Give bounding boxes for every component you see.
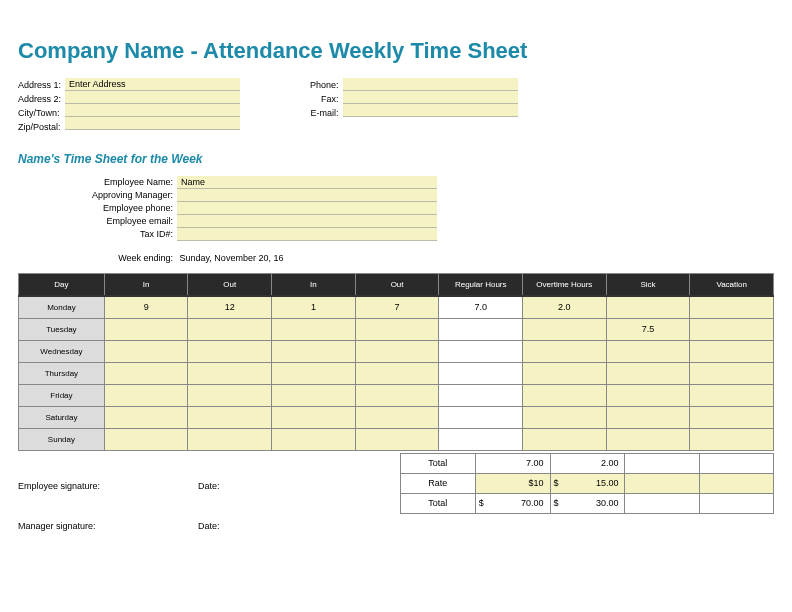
vac-cell[interactable] — [690, 340, 774, 362]
col-header-1: In — [104, 274, 188, 297]
day-cell: Monday — [19, 296, 105, 318]
out1-cell[interactable]: 12 — [188, 296, 272, 318]
in1-cell[interactable] — [104, 384, 188, 406]
addr2-field[interactable] — [65, 91, 240, 104]
day-cell: Saturday — [19, 406, 105, 428]
total-vac — [699, 453, 773, 473]
manager-field[interactable] — [177, 189, 437, 202]
emp-email-field[interactable] — [177, 215, 437, 228]
vac-total — [699, 493, 773, 513]
in1-cell[interactable] — [104, 340, 188, 362]
sick-cell[interactable] — [606, 296, 690, 318]
vac-cell[interactable] — [690, 406, 774, 428]
emp-sig-label: Employee signature: — [18, 481, 128, 491]
out2-cell[interactable] — [355, 340, 439, 362]
reg-cell — [439, 362, 523, 384]
out1-cell[interactable] — [188, 428, 272, 450]
reg-rate[interactable]: $10 — [475, 473, 550, 493]
vac-cell[interactable] — [690, 296, 774, 318]
reg-total: $70.00 — [475, 493, 550, 513]
emp-phone-field[interactable] — [177, 202, 437, 215]
vac-cell[interactable] — [690, 384, 774, 406]
out1-cell[interactable] — [188, 384, 272, 406]
vac-cell[interactable] — [690, 428, 774, 450]
ot-cell[interactable] — [523, 384, 607, 406]
out1-cell[interactable] — [188, 318, 272, 340]
in2-cell[interactable] — [272, 340, 356, 362]
phone-field[interactable] — [343, 78, 518, 91]
reg-cell — [439, 340, 523, 362]
out2-cell[interactable] — [355, 406, 439, 428]
in2-cell[interactable]: 1 — [272, 296, 356, 318]
mgr-sig-date-label: Date: — [198, 521, 220, 531]
sick-total — [625, 493, 699, 513]
col-header-7: Sick — [606, 274, 690, 297]
out2-cell[interactable] — [355, 428, 439, 450]
in2-cell[interactable] — [272, 384, 356, 406]
in2-cell[interactable] — [272, 318, 356, 340]
col-header-0: Day — [19, 274, 105, 297]
in1-cell[interactable] — [104, 362, 188, 384]
ot-cell[interactable] — [523, 362, 607, 384]
ot-total: $30.00 — [550, 493, 625, 513]
emp-phone-label: Employee phone: — [62, 202, 177, 215]
out1-cell[interactable] — [188, 362, 272, 384]
week-ending-label: Week ending: — [113, 253, 177, 263]
in2-cell[interactable] — [272, 428, 356, 450]
ot-rate[interactable]: $15.00 — [550, 473, 625, 493]
col-header-3: In — [272, 274, 356, 297]
out1-cell[interactable] — [188, 406, 272, 428]
emp-name-label: Employee Name: — [62, 176, 177, 189]
fax-field[interactable] — [343, 91, 518, 104]
vac-cell[interactable] — [690, 362, 774, 384]
col-header-2: Out — [188, 274, 272, 297]
total-sick — [625, 453, 699, 473]
day-cell: Friday — [19, 384, 105, 406]
ot-cell[interactable] — [523, 406, 607, 428]
totals-table: Total 7.00 2.00 Rate $10 $15.00 Total $7… — [400, 453, 774, 514]
emp-email-label: Employee email: — [62, 215, 177, 228]
out2-cell[interactable]: 7 — [355, 296, 439, 318]
sick-cell[interactable] — [606, 428, 690, 450]
manager-label: Approving Manager: — [62, 189, 177, 202]
tax-field[interactable] — [177, 228, 437, 241]
addr1-field[interactable]: Enter Address — [65, 78, 240, 91]
addr2-label: Address 2: — [18, 92, 65, 106]
ot-cell[interactable]: 2.0 — [523, 296, 607, 318]
vac-cell[interactable] — [690, 318, 774, 340]
in1-cell[interactable] — [104, 406, 188, 428]
in2-cell[interactable] — [272, 406, 356, 428]
col-header-8: Vacation — [690, 274, 774, 297]
week-ending: Week ending: Sunday, November 20, 16 — [113, 253, 774, 263]
emp-name-field[interactable]: Name — [177, 176, 437, 189]
in1-cell[interactable]: 9 — [104, 296, 188, 318]
out2-cell[interactable] — [355, 384, 439, 406]
ot-cell[interactable] — [523, 428, 607, 450]
day-cell: Thursday — [19, 362, 105, 384]
ot-cell[interactable] — [523, 340, 607, 362]
day-cell: Tuesday — [19, 318, 105, 340]
out1-cell[interactable] — [188, 340, 272, 362]
sick-cell[interactable]: 7.5 — [606, 318, 690, 340]
out2-cell[interactable] — [355, 318, 439, 340]
sick-cell[interactable] — [606, 384, 690, 406]
sick-cell[interactable] — [606, 362, 690, 384]
ot-cell[interactable] — [523, 318, 607, 340]
sick-cell[interactable] — [606, 406, 690, 428]
email-label: E-mail: — [310, 106, 343, 120]
email-field[interactable] — [343, 104, 518, 117]
out2-cell[interactable] — [355, 362, 439, 384]
zip-field[interactable] — [65, 117, 240, 130]
reg-cell — [439, 406, 523, 428]
vac-rate[interactable] — [699, 473, 773, 493]
sick-rate[interactable] — [625, 473, 699, 493]
subheading: Name's Time Sheet for the Week — [18, 152, 774, 166]
in1-cell[interactable] — [104, 428, 188, 450]
in1-cell[interactable] — [104, 318, 188, 340]
day-cell: Wednesday — [19, 340, 105, 362]
day-cell: Sunday — [19, 428, 105, 450]
employee-info-section: Employee Name: Approving Manager: Employ… — [62, 176, 774, 241]
city-field[interactable] — [65, 104, 240, 117]
in2-cell[interactable] — [272, 362, 356, 384]
sick-cell[interactable] — [606, 340, 690, 362]
